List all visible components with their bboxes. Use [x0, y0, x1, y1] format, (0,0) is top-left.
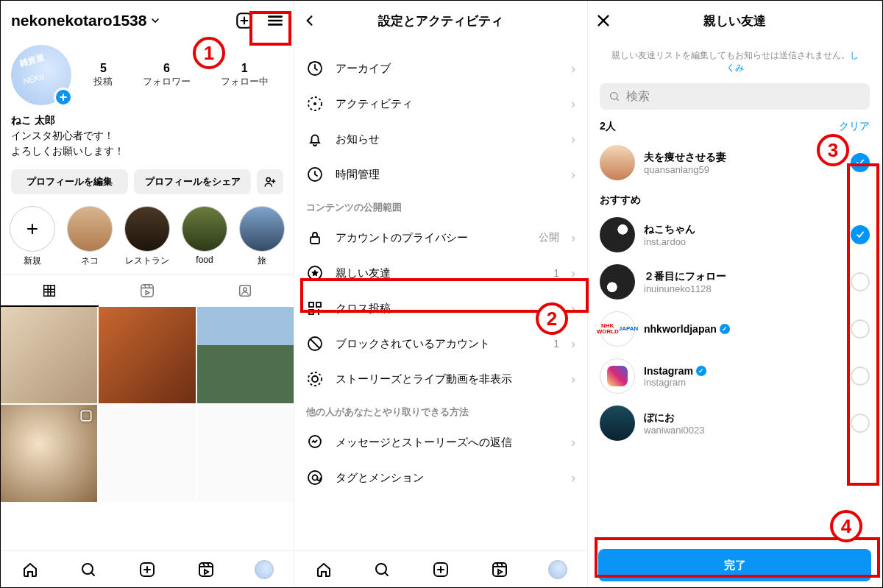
tab-reels[interactable]: [99, 275, 196, 307]
highlight[interactable]: ネコ: [67, 206, 113, 267]
username-dropdown[interactable]: nekonekotaro1538: [8, 12, 224, 29]
display-name: ねこ 太郎: [11, 113, 283, 128]
highlights-row[interactable]: +新規 ネコ レストラン food 旅: [1, 202, 294, 272]
nav-profile[interactable]: [528, 551, 587, 587]
nav-avatar-icon: [548, 560, 567, 579]
post-cell[interactable]: [197, 405, 294, 501]
settings-tags[interactable]: タグとメンション›: [306, 460, 575, 495]
user-row[interactable]: ぼにおwaniwani0023: [600, 400, 870, 447]
verified-icon: ✓: [696, 366, 706, 376]
search-icon: [79, 561, 97, 578]
select-checkbox[interactable]: [851, 319, 870, 339]
suggest-button[interactable]: [257, 169, 283, 194]
svg-rect-16: [316, 302, 321, 307]
nav-home[interactable]: [294, 551, 353, 587]
create-button[interactable]: [233, 10, 255, 32]
avatar: [600, 405, 635, 441]
chevron-down-icon: [149, 15, 161, 26]
chevron-right-icon: ›: [571, 230, 575, 246]
settings-archive[interactable]: アーカイブ›: [306, 51, 575, 86]
user-row[interactable]: NHKWORLDJAPAN nhkworldjapan✓: [600, 305, 870, 353]
posts-stat[interactable]: 5投稿: [93, 62, 113, 88]
select-checkbox[interactable]: [851, 414, 870, 433]
back-button[interactable]: [302, 10, 318, 32]
user-row[interactable]: Instagram✓instagram: [600, 353, 870, 400]
svg-rect-5: [82, 411, 92, 422]
chevron-right-icon: ›: [571, 167, 575, 183]
chevron-right-icon: ›: [571, 266, 575, 281]
user-row[interactable]: ねこちゃんinst.ardoo: [600, 211, 870, 258]
profile-avatar[interactable]: +: [11, 45, 71, 105]
chevron-right-icon: ›: [571, 372, 575, 387]
nav-search[interactable]: [60, 551, 118, 587]
select-checkbox[interactable]: [851, 366, 870, 386]
user-row[interactable]: ２番目にフォローinuinuneko1128: [600, 258, 870, 305]
post-cell[interactable]: [99, 405, 195, 501]
settings-time[interactable]: 時間管理›: [306, 157, 575, 192]
messenger-icon: [306, 433, 324, 451]
grid-icon: [41, 283, 57, 299]
home-icon: [315, 561, 333, 578]
grid-plus-icon: [306, 300, 324, 317]
followers-stat[interactable]: 6フォロワー: [143, 62, 191, 88]
svg-point-1: [266, 177, 270, 181]
user-row[interactable]: 夫を痩せさせる妻quansanlang59: [600, 139, 870, 186]
nav-create[interactable]: [411, 551, 470, 587]
settings-screen: 設定とアクティビティ アーカイブ› アクティビティ› お知らせ› 時間管理› コ…: [294, 1, 588, 587]
settings-hide-story[interactable]: ストーリーズとライブ動画を非表示›: [306, 361, 575, 397]
bio-block: ねこ 太郎 インスタ初心者です！ よろしくお願いします！: [1, 110, 294, 162]
share-profile-button[interactable]: プロフィールをシェア: [134, 169, 251, 194]
info-note: 親しい友達リストを編集してもお知らせは送信されません。しくみ: [600, 40, 870, 83]
nav-reels[interactable]: [470, 551, 529, 587]
post-cell[interactable]: [1, 307, 97, 403]
settings-close-friends[interactable]: 親しい友達1›: [306, 255, 575, 291]
highlight[interactable]: food: [182, 206, 227, 267]
reels-icon: [197, 561, 215, 578]
nav-reels[interactable]: [177, 551, 235, 587]
add-story-badge-icon: +: [54, 88, 73, 107]
highlight[interactable]: レストラン: [124, 206, 170, 267]
tagged-icon: [237, 283, 253, 299]
close-icon: [595, 13, 611, 29]
chevron-right-icon: ›: [571, 336, 575, 352]
avatar: [600, 217, 635, 252]
post-cell[interactable]: [197, 307, 294, 403]
username-label: nekonekotaro1538: [11, 12, 146, 29]
post-cell[interactable]: [1, 405, 97, 501]
nav-search[interactable]: [353, 551, 412, 587]
edit-profile-button[interactable]: プロフィールを編集: [11, 169, 128, 194]
select-checkbox[interactable]: [851, 153, 870, 172]
tab-grid[interactable]: [1, 275, 99, 307]
highlight-new[interactable]: +新規: [10, 206, 55, 267]
avatar: [600, 145, 635, 180]
nav-profile[interactable]: [235, 551, 294, 587]
settings-activity[interactable]: アクティビティ›: [306, 86, 575, 121]
tab-tagged[interactable]: [196, 275, 294, 307]
settings-cross-post[interactable]: クロス投稿›: [306, 291, 575, 326]
highlight[interactable]: 旅: [239, 206, 285, 267]
clear-button[interactable]: クリア: [839, 120, 870, 133]
following-stat[interactable]: 1フォロー中: [221, 62, 269, 88]
plus-square-icon: [432, 561, 450, 578]
settings-blocked[interactable]: ブロックされているアカウント1›: [306, 326, 575, 361]
lock-icon: [306, 229, 324, 247]
chevron-right-icon: ›: [571, 470, 575, 486]
select-checkbox[interactable]: [851, 225, 870, 244]
svg-rect-8: [199, 563, 213, 576]
nav-create[interactable]: [118, 551, 177, 587]
nav-avatar-icon: [255, 560, 274, 579]
select-checkbox[interactable]: [851, 272, 870, 291]
page-title: 親しい友達: [620, 13, 849, 29]
settings-notifications[interactable]: お知らせ›: [306, 121, 575, 157]
check-icon: [855, 230, 865, 240]
settings-privacy[interactable]: アカウントのプライバシー公開›: [306, 220, 575, 255]
ban-icon: [306, 335, 324, 353]
done-button[interactable]: 完了: [598, 549, 871, 581]
search-input[interactable]: 検索: [600, 83, 870, 110]
close-button[interactable]: [595, 10, 611, 32]
nav-home[interactable]: [1, 551, 60, 587]
svg-rect-13: [311, 237, 319, 244]
settings-replies[interactable]: メッセージとストーリーズへの返信›: [306, 425, 575, 460]
menu-button[interactable]: [264, 10, 286, 32]
post-cell[interactable]: [99, 307, 195, 403]
